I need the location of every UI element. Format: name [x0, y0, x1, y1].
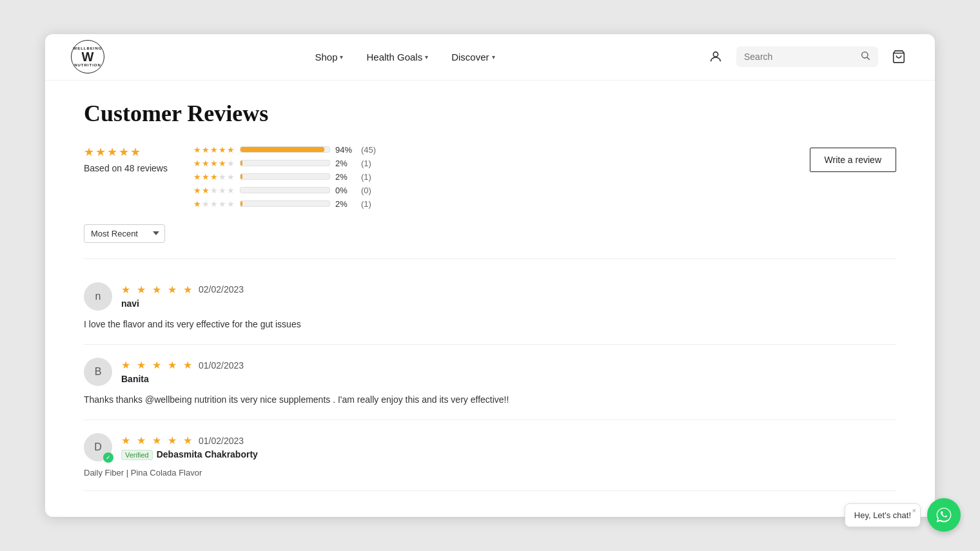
review-star: ★ — [137, 434, 146, 447]
account-icon[interactable] — [705, 46, 726, 67]
star-icon: ★ — [219, 199, 226, 209]
reviewer-name: navi — [121, 298, 139, 309]
rating-bar-row: ★★★★★0%(0) — [193, 186, 376, 195]
review-header: D✓★★★★★01/02/2023VerifiedDebasmita Chakr… — [84, 433, 896, 461]
rating-bar-row: ★★★★★2%(1) — [193, 172, 376, 182]
review-meta: ★★★★★02/02/2023navi — [121, 284, 244, 309]
main-content: Customer Reviews ★ ★ ★ ★ ★ Based on 48 r… — [45, 81, 935, 517]
reviews-list: n★★★★★02/02/2023naviI love the flavor an… — [84, 269, 896, 492]
header: WELLBEING W NUTRITION Shop ▾ Health Goal… — [45, 34, 935, 81]
star-icon: ★ — [219, 172, 226, 182]
search-icon — [860, 50, 870, 63]
logo-w: W — [82, 50, 94, 63]
rating-bar-stars: ★★★★★ — [193, 145, 235, 155]
search-box[interactable] — [736, 46, 878, 67]
star-icon: ★ — [227, 186, 235, 195]
review-header: n★★★★★02/02/2023navi — [84, 282, 896, 311]
avatar: B — [84, 358, 112, 386]
star-icon: ★ — [219, 145, 226, 155]
rating-bar-container — [240, 187, 330, 193]
divider — [84, 258, 896, 259]
nav-health-goals[interactable]: Health Goals ▾ — [366, 52, 428, 63]
rating-bars: ★★★★★94%(45)★★★★★2%(1)★★★★★2%(1)★★★★★0%(… — [193, 145, 376, 209]
review-star: ★ — [183, 284, 192, 296]
avatar: D✓ — [84, 433, 112, 461]
rating-bar-fill — [240, 147, 324, 152]
nav-shop[interactable]: Shop ▾ — [315, 52, 343, 63]
reviewer-name: Banita — [121, 374, 149, 384]
review-stars-date: ★★★★★01/02/2023 — [121, 359, 244, 371]
review-star: ★ — [168, 434, 177, 447]
star-icon: ★ — [193, 186, 201, 195]
review-date: 02/02/2023 — [199, 284, 244, 295]
filter-row: Most RecentHighest RatingLowest Rating — [84, 224, 896, 243]
star-icon: ★ — [227, 172, 235, 182]
review-author-row: Banita — [121, 373, 244, 385]
review-date: 01/02/2023 — [199, 360, 244, 371]
review-star: ★ — [121, 284, 130, 296]
review-item: D✓★★★★★01/02/2023VerifiedDebasmita Chakr… — [84, 420, 896, 491]
star-icon: ★ — [202, 186, 210, 195]
star-icon: ★ — [210, 172, 218, 182]
rating-bar-count: (1) — [361, 159, 371, 168]
star-icon: ★ — [193, 199, 201, 209]
review-meta: ★★★★★01/02/2023Banita — [121, 359, 244, 385]
star-4: ★ — [119, 145, 129, 159]
reviewer-name: Debasmita Chakraborty — [157, 449, 258, 459]
rating-bar-row: ★★★★★2%(1) — [193, 199, 376, 209]
review-item: B★★★★★01/02/2023BanitaThanks thanks @wel… — [84, 345, 896, 420]
write-review-button[interactable]: Write a review — [810, 148, 896, 172]
review-product: Daily Fiber | Pina Colada Flavor — [84, 468, 896, 478]
star-icon: ★ — [193, 172, 201, 182]
whatsapp-button[interactable] — [927, 498, 961, 532]
rating-bar-container — [240, 160, 330, 166]
chevron-down-icon: ▾ — [340, 53, 343, 61]
overall-stars: ★ ★ ★ ★ ★ — [84, 145, 168, 159]
review-star: ★ — [183, 434, 192, 447]
rating-bar-fill — [240, 174, 242, 179]
rating-bar-count: (1) — [361, 199, 371, 209]
search-input[interactable] — [744, 52, 855, 62]
chevron-down-icon: ▾ — [492, 53, 495, 61]
star-icon: ★ — [210, 159, 218, 168]
based-on-label: Based on 48 reviews — [84, 163, 168, 173]
rating-bar-row: ★★★★★2%(1) — [193, 159, 376, 168]
review-text: Thanks thanks @wellbeing nutrition its v… — [84, 392, 896, 407]
rating-bar-pct: 2% — [335, 159, 356, 168]
logo[interactable]: WELLBEING W NUTRITION — [71, 40, 104, 73]
chevron-down-icon: ▾ — [425, 53, 428, 61]
star-2: ★ — [95, 145, 106, 159]
page-title: Customer Reviews — [84, 100, 896, 127]
star-icon: ★ — [193, 145, 201, 155]
star-icon: ★ — [210, 199, 218, 209]
review-star: ★ — [168, 359, 177, 371]
review-star: ★ — [152, 359, 161, 371]
review-star: ★ — [137, 284, 146, 296]
nav-right — [705, 46, 909, 67]
review-text: I love the flavor and its very effective… — [84, 317, 896, 331]
star-icon: ★ — [202, 145, 210, 155]
rating-bar-stars: ★★★★★ — [193, 172, 235, 182]
rating-bar-container — [240, 146, 330, 153]
rating-bar-row: ★★★★★94%(45) — [193, 145, 376, 155]
svg-point-1 — [862, 52, 868, 58]
nav-shop-label: Shop — [315, 52, 337, 63]
nav-discover[interactable]: Discover ▾ — [451, 52, 495, 63]
rating-bar-count: (1) — [361, 172, 371, 182]
verified-label: Verified — [121, 450, 153, 460]
rating-bar-stars: ★★★★★ — [193, 186, 235, 195]
star-icon: ★ — [202, 172, 210, 182]
rating-bar-pct: 0% — [335, 186, 356, 195]
verified-badge-icon: ✓ — [103, 452, 113, 463]
star-icon: ★ — [210, 186, 218, 195]
review-star: ★ — [152, 284, 161, 296]
review-author-row: navi — [121, 298, 244, 309]
sort-select[interactable]: Most RecentHighest RatingLowest Rating — [84, 224, 165, 243]
logo-circle: WELLBEING W NUTRITION — [71, 40, 104, 73]
star-icon: ★ — [193, 159, 201, 168]
avatar: n — [84, 282, 112, 311]
nav-health-goals-label: Health Goals — [366, 52, 422, 63]
rating-bar-fill — [240, 160, 242, 166]
cart-icon[interactable] — [888, 46, 909, 67]
close-icon[interactable]: × — [912, 507, 916, 514]
